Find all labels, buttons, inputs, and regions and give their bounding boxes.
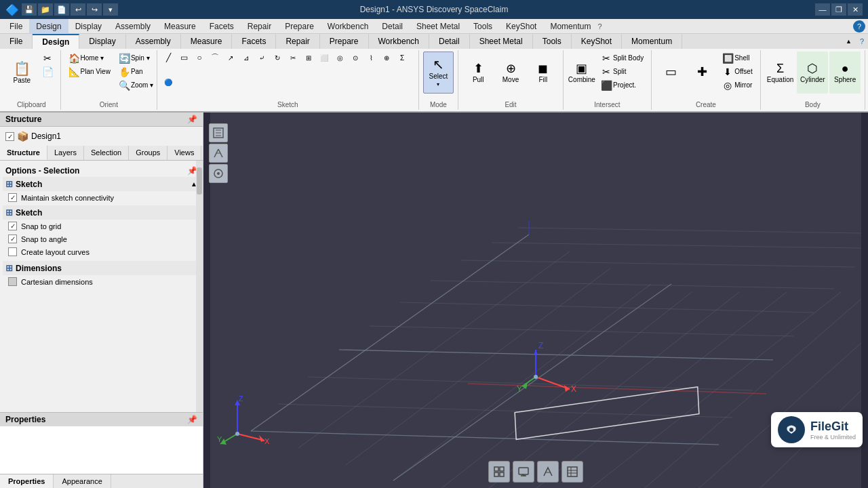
ribbon-tab-measure[interactable]: Measure — [181, 34, 233, 49]
menu-prepare[interactable]: Prepare — [278, 19, 321, 34]
cylinder-button[interactable]: ⬡ Cylinder — [797, 52, 828, 94]
paste-button[interactable]: 📋 Paste — [7, 52, 37, 94]
maximize-btn[interactable]: ❐ — [831, 3, 846, 16]
move-button[interactable]: ⊕ Move — [495, 52, 526, 94]
panel-tab-views[interactable]: Views — [167, 146, 201, 160]
vp-tool-2[interactable] — [209, 144, 228, 163]
sketch-section-header[interactable]: ⊞ Sketch ▲ — [3, 177, 200, 191]
ribbon-tab-prepare[interactable]: Prepare — [320, 34, 369, 49]
create-layout-checkbox[interactable] — [8, 247, 17, 256]
menu-measure[interactable]: Measure — [157, 19, 203, 34]
vp-display-btn[interactable] — [513, 461, 534, 483]
snap-grid-checkbox[interactable] — [8, 222, 17, 230]
menu-design[interactable]: Design — [29, 19, 68, 34]
sketch-rect[interactable]: ▭ — [177, 52, 192, 64]
menu-display[interactable]: Display — [68, 19, 108, 34]
panel-tab-selection[interactable]: Selection — [84, 146, 129, 160]
scrollbar-thumb[interactable] — [197, 167, 202, 195]
sketch-t13[interactable]: 🔵 — [161, 76, 176, 88]
splitbody-button[interactable]: ✂Split Body — [597, 52, 647, 64]
sketch-t12[interactable]: Σ — [395, 52, 410, 64]
ribbon-tab-detail[interactable]: Detail — [429, 34, 470, 49]
sketch-line[interactable]: ╱ — [161, 52, 176, 64]
project-button[interactable]: ⬛Project. — [597, 79, 647, 92]
prop-tab-properties[interactable]: Properties — [0, 474, 54, 488]
sketch-t4[interactable]: ↻ — [271, 52, 285, 64]
select-button[interactable]: ↖ Select ▾ — [423, 52, 454, 94]
vp-draw-btn[interactable] — [537, 461, 559, 483]
ribbon-tab-assembly[interactable]: Assembly — [126, 34, 181, 49]
options-scrollbar[interactable] — [196, 161, 203, 412]
sketch-arc[interactable]: ⌒ — [208, 52, 223, 64]
tree-item-design1[interactable]: 📦 Design1 — [5, 129, 197, 143]
combine-button[interactable]: ▣ Combine — [568, 52, 596, 94]
structure-pin[interactable]: 📌 — [187, 115, 197, 124]
ribbon-tab-sheet-metal[interactable]: Sheet Metal — [470, 34, 533, 49]
minimize-btn[interactable]: — — [815, 3, 830, 16]
pull-button[interactable]: ⬆ Pull — [462, 52, 494, 94]
snap-angle-checkbox[interactable] — [8, 235, 17, 243]
menu-file[interactable]: File — [3, 19, 29, 34]
shell-button[interactable]: 🔲Shell — [719, 52, 756, 64]
ribbon-tab-facets[interactable]: Facets — [232, 34, 276, 49]
sketch-t11[interactable]: ⊕ — [380, 52, 395, 64]
copy-button[interactable]: 📄 — [39, 65, 56, 78]
panel-tab-groups[interactable]: Groups — [129, 146, 167, 160]
menu-assembly[interactable]: Assembly — [108, 19, 157, 34]
sphere-button[interactable]: ● Sphere — [829, 52, 861, 94]
menu-sheet metal[interactable]: Sheet Metal — [410, 19, 467, 34]
vp-grid-btn[interactable] — [488, 461, 510, 483]
panel-tab-layers[interactable]: Layers — [47, 146, 84, 160]
menu-keyshot[interactable]: KeyShot — [499, 19, 543, 34]
panel-tab-structure[interactable]: Structure — [0, 146, 47, 160]
menu-workbench[interactable]: Workbench — [321, 19, 375, 34]
mirror-button[interactable]: ◎Mirror — [719, 79, 756, 92]
ribbon-tab-keyshot[interactable]: KeyShot — [572, 34, 622, 49]
sketch-t2[interactable]: ⊿ — [239, 52, 254, 64]
sketch-t7[interactable]: ⬜ — [317, 52, 332, 64]
maintain-sketch-checkbox[interactable] — [8, 193, 17, 202]
menu-repair[interactable]: Repair — [241, 19, 278, 34]
vp-table-btn[interactable] — [561, 461, 583, 483]
folder-btn[interactable]: 📁 — [38, 3, 53, 16]
close-btn[interactable]: ✕ — [848, 3, 863, 16]
offset-button[interactable]: ⬇Offset — [719, 65, 756, 78]
zoom-button[interactable]: 🔍Zoom ▾ — [115, 79, 157, 92]
home-button[interactable]: 🏠Home ▾ — [65, 52, 114, 64]
sketch-circle[interactable]: ○ — [193, 52, 208, 64]
sketch-t9[interactable]: ⊙ — [349, 52, 363, 64]
sketch-t5[interactable]: ✂ — [286, 52, 301, 64]
cut-button[interactable]: ✂ — [39, 52, 56, 64]
new-btn[interactable]: 📄 — [54, 3, 69, 16]
menu-detail[interactable]: Detail — [375, 19, 410, 34]
ribbon-tab-momentum[interactable]: Momentum — [622, 34, 682, 49]
sketch-t1[interactable]: ↗ — [224, 52, 239, 64]
properties-pin[interactable]: 📌 — [187, 415, 197, 424]
dropdown-btn[interactable]: ▾ — [103, 3, 118, 16]
vp-tool-1[interactable] — [209, 123, 228, 142]
pan-button[interactable]: ✋Pan — [115, 65, 157, 78]
planview-button[interactable]: 📐Plan View — [65, 65, 114, 78]
sketch-t10[interactable]: ⌇ — [364, 52, 379, 64]
sketch-sub-header[interactable]: ⊞ Sketch — [3, 205, 200, 220]
point-button[interactable]: ✚ — [688, 52, 718, 94]
prop-tab-appearance[interactable]: Appearance — [54, 474, 111, 488]
undo-btn[interactable]: ↩ — [71, 3, 85, 16]
help-button[interactable]: ? — [853, 20, 865, 33]
ribbon-tab-workbench[interactable]: Workbench — [369, 34, 429, 49]
design1-checkbox[interactable] — [5, 132, 14, 141]
ribbon-tab-design[interactable]: Design — [33, 34, 79, 49]
ribbon-tab-tools[interactable]: Tools — [533, 34, 572, 49]
viewport[interactable]: Z X Y — [203, 113, 868, 488]
equation-button[interactable]: Σ Equation — [765, 52, 796, 94]
menu-tools[interactable]: Tools — [467, 19, 499, 34]
cartesian-dim-checkbox[interactable] — [8, 277, 17, 286]
ribbon-help-btn[interactable]: ? — [856, 34, 868, 49]
ribbon-tab-display[interactable]: Display — [79, 34, 125, 49]
dimensions-section-header[interactable]: ⊞ Dimensions — [3, 261, 200, 275]
vp-tool-3[interactable] — [209, 164, 228, 183]
fill-button[interactable]: ◼ Fill — [528, 52, 559, 94]
split-button[interactable]: ✂Split — [597, 65, 647, 78]
sketch-t3[interactable]: ⤶ — [255, 52, 270, 64]
spin-button[interactable]: 🔄Spin ▾ — [115, 52, 157, 64]
